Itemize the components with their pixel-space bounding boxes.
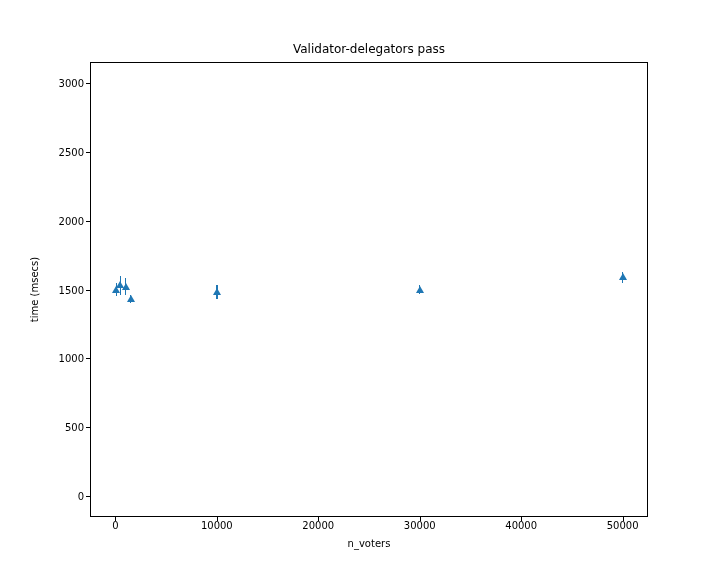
y-tick-mark (86, 290, 90, 291)
x-axis-label: n_voters (90, 538, 648, 549)
chart-figure: Validator-delegators pass n_voters time … (0, 0, 720, 576)
x-tick-label: 30000 (404, 520, 436, 531)
y-tick-label: 2000 (34, 215, 84, 226)
y-tick-mark (86, 427, 90, 428)
x-tick-label: 10000 (201, 520, 233, 531)
x-tick-label: 50000 (607, 520, 639, 531)
y-tick-label: 500 (34, 422, 84, 433)
x-tick-label: 0 (112, 520, 118, 531)
x-tick-label: 20000 (302, 520, 334, 531)
y-tick-label: 0 (34, 491, 84, 502)
x-tick-label: 40000 (505, 520, 537, 531)
marker-triangle-icon (619, 273, 627, 280)
y-tick-label: 3000 (34, 77, 84, 88)
marker-triangle-icon (127, 295, 135, 302)
y-tick-mark (86, 152, 90, 153)
plot-area (90, 62, 648, 517)
marker-triangle-icon (416, 286, 424, 293)
y-tick-label: 1000 (34, 353, 84, 364)
y-tick-mark (86, 496, 90, 497)
y-tick-mark (86, 221, 90, 222)
marker-triangle-icon (122, 283, 130, 290)
y-tick-label: 1500 (34, 284, 84, 295)
y-tick-mark (86, 358, 90, 359)
marker-triangle-icon (213, 288, 221, 295)
y-tick-label: 2500 (34, 146, 84, 157)
y-tick-mark (86, 83, 90, 84)
chart-title: Validator-delegators pass (90, 42, 648, 56)
